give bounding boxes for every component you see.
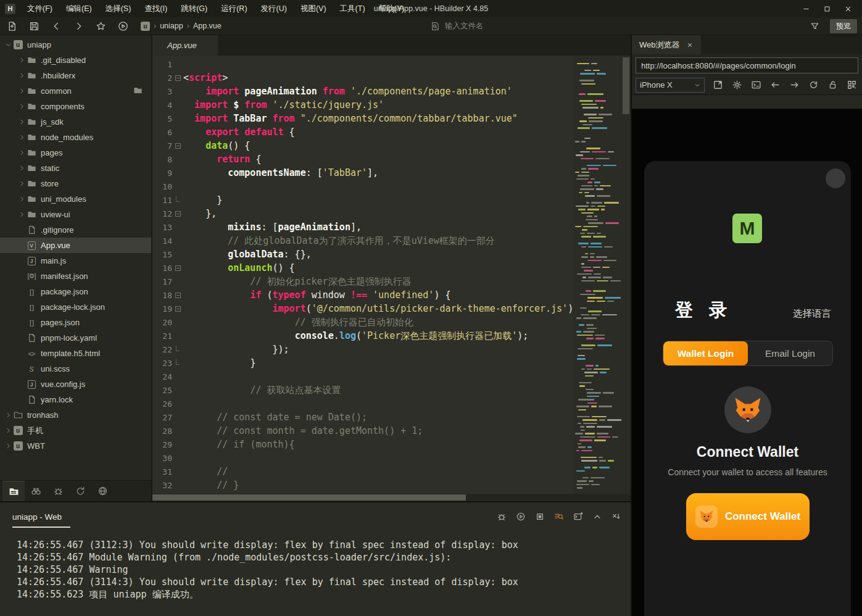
chevron-right-icon[interactable] <box>17 103 26 110</box>
bug-icon[interactable] <box>47 481 69 501</box>
tree-item-uniapp[interactable]: uuniapp <box>0 37 151 52</box>
vertical-scrollbar[interactable] <box>621 56 631 494</box>
breadcrumb-project[interactable]: uniapp <box>160 22 183 30</box>
chevron-right-icon[interactable] <box>4 412 12 418</box>
minimize-button[interactable] <box>795 0 816 17</box>
code-line-10[interactable]: 10 <box>152 180 573 193</box>
code-line-17[interactable]: 17 // 初始化picker深色主题强制执行器 <box>152 275 573 288</box>
tree-item-uni_modules[interactable]: uni_modules <box>0 191 151 207</box>
code-line-14[interactable]: 14 // 此处globalData为了演示其作用，不是uView框架的一部分 <box>152 234 573 248</box>
code-line-12[interactable]: 12 }, <box>152 207 573 220</box>
folder-icon[interactable] <box>133 86 143 97</box>
tree-item-uni.scss[interactable]: Suni.scss <box>0 361 151 377</box>
tree-item-main.js[interactable]: Jmain.js <box>0 253 151 268</box>
code-line-16[interactable]: 16 onLaunch() { <box>152 261 573 275</box>
minimap[interactable] <box>573 56 621 494</box>
fold-marker-icon[interactable] <box>172 143 183 149</box>
code-line-13[interactable]: 13 mixins: [pageAnimation], <box>152 220 573 234</box>
code-line-3[interactable]: 3 import pageAnimation from './component… <box>152 85 573 98</box>
tree-item-package.json[interactable]: [ ]package.json <box>0 284 151 299</box>
fold-marker-icon[interactable] <box>172 265 183 271</box>
code-line-22[interactable]: 22 }); <box>152 343 573 356</box>
code-line-18[interactable]: 18 if (typeof window !== 'undefined') { <box>152 288 573 302</box>
terminal-add-icon[interactable] <box>573 511 584 522</box>
menu-item-0[interactable]: 文件(F) <box>20 0 59 17</box>
menu-item-6[interactable]: 发行(U) <box>254 0 294 17</box>
restart-icon[interactable] <box>515 511 526 522</box>
chevron-right-icon[interactable] <box>17 149 26 156</box>
chevron-right-icon[interactable] <box>17 119 26 125</box>
qr-icon[interactable] <box>846 79 858 91</box>
code-line-25[interactable]: 25 // 获取站点基本设置 <box>152 383 573 397</box>
chevron-down-icon[interactable] <box>4 41 12 48</box>
code-line-7[interactable]: 7 data() { <box>152 139 573 152</box>
menu-item-3[interactable]: 查找(I) <box>138 0 174 17</box>
maximize-button[interactable] <box>816 0 837 17</box>
preview-button[interactable]: 预览 <box>830 19 857 33</box>
tree-item-yarn.lock[interactable]: yarn.lock <box>0 392 151 407</box>
menu-item-1[interactable]: 编辑(E) <box>59 0 99 17</box>
tab-wallet-login[interactable]: Wallet Login <box>663 341 748 365</box>
tree-item-.git_disabled[interactable]: .git_disabled <box>0 52 151 68</box>
horizontal-scrollbar[interactable] <box>152 494 631 501</box>
menu-item-9[interactable]: 帮助(Y) <box>372 0 412 17</box>
breadcrumb-file[interactable]: App.vue <box>193 22 222 30</box>
code-line-31[interactable]: 31 // <box>152 465 573 478</box>
tree-item-uview-ui[interactable]: uview-ui <box>0 207 151 222</box>
binoculars-icon[interactable] <box>25 481 47 501</box>
search-filter-icon[interactable] <box>553 511 565 522</box>
nav-back-icon[interactable] <box>47 18 65 34</box>
code-line-4[interactable]: 4 import $ from './static/jquery.js' <box>152 98 573 112</box>
tree-item-App.vue[interactable]: VApp.vue <box>0 238 151 253</box>
back-icon[interactable] <box>769 79 781 91</box>
connect-wallet-button[interactable]: Connect Wallet <box>686 493 810 540</box>
refresh-icon[interactable] <box>808 79 819 91</box>
code-line-6[interactable]: 6 export default { <box>152 125 573 139</box>
close-button[interactable] <box>837 0 858 17</box>
chevron-right-icon[interactable] <box>17 196 26 202</box>
sync-icon[interactable] <box>69 481 91 501</box>
new-file-icon[interactable] <box>2 18 21 34</box>
code-line-20[interactable]: 20 // 强制执行器已自动初始化 <box>152 315 573 329</box>
menu-item-2[interactable]: 选择(S) <box>99 0 138 17</box>
tree-item-manifest.json[interactable]: [⚙]manifest.json <box>0 268 151 284</box>
code-line-19[interactable]: 19 import('@/common/utils/picker-dark-th… <box>152 302 573 315</box>
console-tab[interactable]: uniapp - Web <box>12 506 70 528</box>
file-search-input[interactable]: 输入文件名 <box>431 21 628 31</box>
tree-item-js_sdk[interactable]: js_sdk <box>0 114 151 130</box>
chevron-right-icon[interactable] <box>17 180 26 187</box>
explorer-icon[interactable] <box>2 481 25 501</box>
lock-icon[interactable] <box>827 79 839 91</box>
horizontal-scrollbar-thumb[interactable] <box>152 494 466 501</box>
chevron-right-icon[interactable] <box>4 443 12 449</box>
device-select[interactable]: iPhone X <box>636 78 705 93</box>
menu-item-5[interactable]: 运行(R) <box>214 0 254 17</box>
forward-icon[interactable] <box>789 79 800 91</box>
tree-item-node_modules[interactable]: node_modules <box>0 130 151 145</box>
console-icon[interactable] <box>750 79 762 91</box>
nav-forward-icon[interactable] <box>69 18 88 34</box>
stop-icon[interactable] <box>534 511 545 522</box>
menu-item-7[interactable]: 视图(V) <box>294 0 333 17</box>
chevron-right-icon[interactable] <box>17 72 26 79</box>
tree-item-WBT[interactable]: uWBT <box>0 438 151 454</box>
clear-icon[interactable] <box>611 511 622 522</box>
language-selector[interactable]: 选择语言 <box>793 307 831 323</box>
code-line-29[interactable]: 29 // if (month){ <box>152 438 573 451</box>
tree-item-手机[interactable]: u手机 <box>0 423 151 438</box>
tab-app-vue[interactable]: App.vue <box>152 35 218 56</box>
run-icon[interactable] <box>114 18 132 34</box>
tree-item-components[interactable]: components <box>0 99 151 114</box>
filter-icon[interactable] <box>805 18 824 34</box>
code-line-5[interactable]: 5 import TabBar from "./components/commo… <box>152 112 573 125</box>
collapse-up-icon[interactable] <box>592 511 603 522</box>
avatar[interactable] <box>826 169 845 188</box>
code-line-9[interactable]: 9 componentsName: ['TabBar'], <box>152 166 573 180</box>
fold-marker-icon[interactable] <box>172 211 183 217</box>
star-icon[interactable] <box>91 18 110 34</box>
globe-icon[interactable] <box>91 481 114 501</box>
code-line-30[interactable]: 30 <box>152 451 573 465</box>
vertical-scrollbar-thumb[interactable] <box>623 57 629 114</box>
console-output[interactable]: 14:26:55.467 (3112:3) You should write d… <box>0 531 631 616</box>
tree-item-static[interactable]: static <box>0 160 151 176</box>
